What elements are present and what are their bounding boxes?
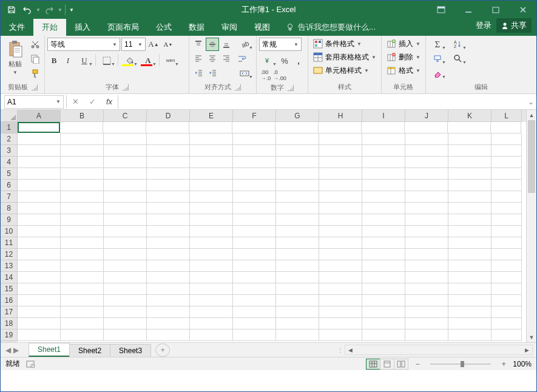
- undo-icon[interactable]: [20, 2, 35, 17]
- cell[interactable]: [405, 133, 448, 145]
- cell[interactable]: [405, 168, 448, 180]
- cell[interactable]: [362, 203, 405, 214]
- cell[interactable]: [61, 133, 104, 145]
- cell[interactable]: [362, 318, 405, 329]
- cell[interactable]: [405, 237, 448, 249]
- cell[interactable]: [276, 272, 319, 283]
- cell[interactable]: [319, 122, 362, 133]
- wrap-text-button[interactable]: [235, 52, 249, 66]
- cell[interactable]: [491, 306, 522, 318]
- cell[interactable]: [362, 226, 405, 237]
- cell[interactable]: [362, 260, 405, 272]
- number-format-combo[interactable]: 常规▼: [259, 38, 302, 51]
- cell[interactable]: [104, 180, 147, 191]
- cell[interactable]: [319, 283, 362, 295]
- row-header-18[interactable]: 18: [1, 318, 18, 329]
- col-header-A[interactable]: A: [18, 110, 61, 122]
- alignment-dialog-launcher[interactable]: [235, 84, 241, 90]
- cell[interactable]: [448, 237, 491, 249]
- cell[interactable]: [362, 306, 405, 318]
- comma-button[interactable]: ,: [292, 54, 305, 67]
- cell[interactable]: [405, 283, 448, 295]
- cell[interactable]: [18, 237, 61, 249]
- name-box[interactable]: A1▼: [4, 95, 64, 109]
- cell[interactable]: [362, 249, 405, 260]
- tab-home[interactable]: 开始: [33, 19, 66, 36]
- cell[interactable]: [190, 306, 233, 318]
- cell[interactable]: [190, 237, 233, 249]
- cell[interactable]: [491, 283, 522, 295]
- col-header-D[interactable]: D: [147, 110, 190, 122]
- cell[interactable]: [147, 168, 190, 180]
- cell[interactable]: [190, 329, 233, 341]
- cell[interactable]: [448, 133, 491, 145]
- cell[interactable]: [104, 283, 147, 295]
- login-link[interactable]: 登录: [476, 20, 491, 31]
- cell[interactable]: [405, 306, 448, 318]
- scroll-right-icon[interactable]: ▶: [522, 347, 532, 353]
- align-bottom-button[interactable]: [220, 38, 233, 51]
- cell[interactable]: [405, 295, 448, 306]
- cell[interactable]: [190, 168, 233, 180]
- cell[interactable]: [104, 191, 147, 203]
- cell[interactable]: [104, 260, 147, 272]
- conditional-format-button[interactable]: 条件格式 ▼: [311, 38, 379, 50]
- cell[interactable]: [276, 260, 319, 272]
- cell[interactable]: [362, 214, 405, 226]
- tab-insert[interactable]: 插入: [66, 19, 99, 36]
- cell[interactable]: [491, 145, 522, 157]
- cell[interactable]: [190, 283, 233, 295]
- cell[interactable]: [104, 214, 147, 226]
- cell[interactable]: [61, 272, 104, 283]
- cell[interactable]: [104, 295, 147, 306]
- cell[interactable]: [405, 203, 448, 214]
- cell[interactable]: [491, 122, 521, 133]
- zoom-out-button[interactable]: −: [413, 360, 422, 368]
- cell[interactable]: [233, 318, 276, 329]
- cell[interactable]: [276, 329, 319, 341]
- cell[interactable]: [147, 295, 190, 306]
- enter-button[interactable]: ✓: [84, 95, 101, 109]
- tab-review[interactable]: 审阅: [213, 19, 246, 36]
- align-center-button[interactable]: [206, 52, 219, 65]
- redo-dropdown-icon[interactable]: ▼: [58, 2, 62, 17]
- cell[interactable]: [405, 191, 448, 203]
- cell[interactable]: [61, 295, 104, 306]
- cell[interactable]: [18, 306, 61, 318]
- cell[interactable]: [104, 203, 147, 214]
- col-header-B[interactable]: B: [61, 110, 104, 122]
- cell[interactable]: [405, 214, 448, 226]
- cell[interactable]: [448, 272, 491, 283]
- cell[interactable]: [233, 260, 276, 272]
- cell[interactable]: [319, 249, 362, 260]
- row-header-10[interactable]: 10: [1, 226, 18, 237]
- col-header-H[interactable]: H: [319, 110, 362, 122]
- cell[interactable]: [18, 283, 61, 295]
- row-header-9[interactable]: 9: [1, 214, 18, 226]
- cell[interactable]: [233, 306, 276, 318]
- cell[interactable]: [319, 157, 362, 168]
- border-button[interactable]: ▼: [98, 54, 116, 67]
- cell[interactable]: [18, 191, 61, 203]
- row-header-3[interactable]: 3: [1, 145, 18, 157]
- cell[interactable]: [448, 180, 491, 191]
- cell[interactable]: [104, 306, 147, 318]
- cell[interactable]: [147, 226, 190, 237]
- close-icon[interactable]: [509, 1, 536, 19]
- cell[interactable]: [61, 180, 104, 191]
- cell[interactable]: [448, 157, 491, 168]
- select-all-button[interactable]: [1, 110, 18, 122]
- row-header-13[interactable]: 13: [1, 260, 18, 272]
- cell[interactable]: [491, 214, 522, 226]
- phonetic-button[interactable]: wén▼: [161, 54, 180, 67]
- format-cells-button[interactable]: 格式 ▼: [384, 64, 423, 76]
- italic-button[interactable]: I: [61, 54, 75, 67]
- col-header-L[interactable]: L: [491, 110, 522, 122]
- cell[interactable]: [362, 283, 405, 295]
- cells-area[interactable]: [18, 122, 526, 342]
- cell[interactable]: [233, 283, 276, 295]
- cell[interactable]: [190, 295, 233, 306]
- cancel-button[interactable]: ✕: [67, 95, 84, 109]
- font-name-combo[interactable]: 等线▼: [47, 38, 120, 51]
- increase-decimal-button[interactable]: .00→.0: [259, 69, 272, 82]
